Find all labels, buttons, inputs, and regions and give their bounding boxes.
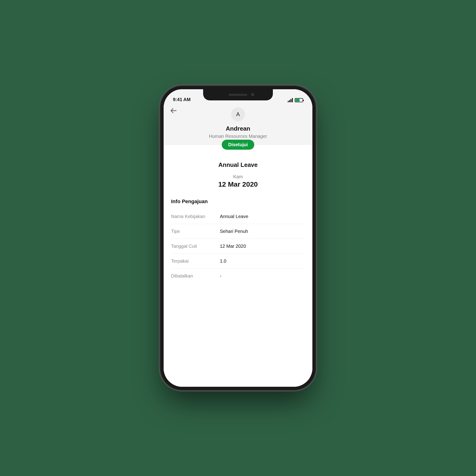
info-value: Annual Leave [220,214,248,219]
info-list: Nama KebijakanAnnual LeaveTipeSehari Pen… [171,209,305,283]
info-value: 1.0 [220,258,226,264]
front-camera [251,93,254,96]
leave-title: Annual Leave [171,161,305,169]
profile-header: A Andrean Human Resources Manager [164,103,312,145]
content-area: Annual Leave Kam 12 Mar 2020 Info Pengaj… [164,152,312,387]
status-time: 9:41 AM [173,97,191,102]
info-value: - [220,273,221,279]
section-title: Info Pengajuan [171,199,305,204]
avatar-initial: A [236,111,240,118]
info-label: Nama Kebijakan [171,214,220,219]
speaker-slot [229,94,247,96]
info-row: Dibatalkan- [171,269,305,283]
info-row: Nama KebijakanAnnual Leave [171,209,305,224]
app-screen: 9:41 AM A Andrean Human Resou [164,89,312,387]
leave-day-label: Kam [171,174,305,179]
info-value: 12 Mar 2020 [220,244,246,249]
info-value: Sehari Penuh [220,229,248,234]
info-row: TipeSehari Penuh [171,224,305,239]
info-row: Tanggal Cuti12 Mar 2020 [171,239,305,254]
info-row: Terpakai1.0 [171,254,305,269]
info-label: Tanggal Cuti [171,244,220,249]
cellular-signal-icon [288,98,293,102]
back-button[interactable] [169,106,178,115]
arrow-left-icon [169,106,178,115]
info-label: Terpakai [171,258,220,264]
approval-status-badge: Disetujui [222,140,254,150]
user-name: Andrean [170,125,306,132]
leave-date: 12 Mar 2020 [171,180,305,188]
avatar: A [231,107,245,121]
battery-icon [295,98,303,102]
status-right [288,98,303,102]
phone-mockup: 9:41 AM A Andrean Human Resou [164,89,312,387]
battery-level [295,99,300,102]
user-role: Human Resources Manager [170,134,306,139]
info-label: Dibatalkan [171,273,220,279]
info-label: Tipe [171,229,220,234]
phone-notch [203,89,273,101]
